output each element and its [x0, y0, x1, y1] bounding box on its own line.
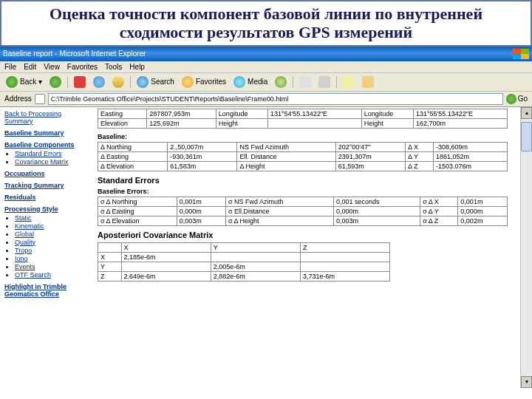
refresh-button[interactable] — [92, 75, 106, 89]
link-tropo[interactable]: Tropo — [15, 247, 92, 254]
link-baseline-components[interactable]: Baseline Components — [4, 141, 92, 149]
baseline-table: Δ Northing2.,50,007m NS Fwd Azimuth202°0… — [98, 142, 508, 171]
refresh-icon — [93, 76, 105, 88]
link-highlight-tgo[interactable]: Highlight in Trimble Geomatics Office — [4, 283, 92, 298]
edit-icon — [343, 76, 355, 88]
back-button[interactable]: Back ▾ — [4, 75, 44, 89]
media-button[interactable]: Media — [232, 75, 269, 89]
menubar: File Edit View Favorites Tools Help — [0, 61, 532, 73]
history-icon — [275, 76, 287, 88]
search-icon — [137, 76, 149, 88]
link-global[interactable]: Global — [15, 231, 92, 238]
home-icon — [112, 76, 124, 88]
toolbar: Back ▾ Search Favorites Media — [0, 73, 532, 92]
star-icon — [182, 76, 194, 88]
link-baseline-summary[interactable]: Baseline Summary — [4, 129, 92, 137]
search-button[interactable]: Search — [135, 75, 176, 89]
menu-view[interactable]: View — [44, 63, 60, 71]
coords-table: Easting287807,953m Longitude131°54'55.13… — [98, 109, 508, 129]
window-title: Baseline report - Microsoft Internet Exp… — [3, 50, 146, 58]
covariance-table: XYZ X2,185e-6m Y2,005e-6m Z2.649e-6m2,88… — [98, 242, 390, 282]
mail-button[interactable] — [298, 75, 313, 89]
link-processing-style[interactable]: Processing Style — [4, 205, 92, 213]
baseline-errors-label: Baseline Errors: — [98, 188, 516, 195]
go-icon — [506, 94, 516, 104]
page-icon — [35, 94, 45, 104]
windows-logo-icon — [513, 49, 529, 59]
link-covariance-matrix[interactable]: Covariance Matrix — [15, 158, 92, 166]
link-occupations[interactable]: Occupations — [4, 170, 92, 177]
link-static[interactable]: Static — [15, 214, 92, 222]
back-icon — [6, 76, 18, 88]
main-content: Easting287807,953m Longitude131°54'55.13… — [96, 107, 520, 388]
standard-errors-heading: Standard Errors — [98, 176, 516, 185]
link-back-processing[interactable]: Back to Processing Summary — [4, 110, 92, 125]
link-kinematic[interactable]: Kinematic — [15, 222, 92, 230]
window-titlebar: Baseline report - Microsoft Internet Exp… — [0, 47, 532, 61]
standard-errors-table: σ Δ Northing0,001m σ NS Fwd Azimuth0,001… — [98, 197, 508, 226]
menu-edit[interactable]: Edit — [24, 63, 36, 71]
link-tracking-summary[interactable]: Tracking Summary — [4, 182, 92, 189]
baseline-label: Baseline: — [98, 133, 516, 140]
address-label: Address — [4, 95, 32, 103]
covariance-heading: Aposteriori Covariance Matrix — [98, 231, 516, 239]
forward-button[interactable] — [48, 75, 63, 89]
edit-button[interactable] — [341, 75, 356, 89]
slide-title: Оценка точности компонент базовой линии … — [0, 0, 532, 47]
mail-icon — [299, 76, 311, 88]
print-icon — [318, 76, 330, 88]
link-iono[interactable]: Iono — [15, 255, 92, 262]
address-input[interactable] — [48, 93, 503, 105]
print-button[interactable] — [317, 75, 332, 89]
favorites-button[interactable]: Favorites — [180, 75, 228, 89]
link-quality[interactable]: Quality — [15, 239, 92, 246]
forward-icon — [50, 76, 61, 88]
stop-icon — [74, 76, 86, 88]
menu-tools[interactable]: Tools — [105, 63, 122, 71]
scroll-thumb[interactable] — [521, 122, 532, 151]
media-icon — [233, 76, 245, 88]
link-events[interactable]: Events — [15, 263, 92, 270]
scroll-up-icon[interactable]: ▴ — [521, 107, 532, 119]
discuss-button[interactable] — [361, 75, 375, 89]
home-button[interactable] — [111, 75, 126, 89]
scroll-down-icon[interactable]: ▾ — [521, 376, 532, 388]
address-bar: Address Go — [0, 92, 532, 107]
go-button[interactable]: Go — [506, 94, 528, 104]
menu-help[interactable]: Help — [129, 63, 145, 71]
link-residuals[interactable]: Residuals — [4, 194, 92, 201]
discuss-icon — [362, 76, 374, 88]
vertical-scrollbar[interactable]: ▴ ▾ — [520, 107, 532, 388]
menu-file[interactable]: File — [4, 63, 16, 71]
menu-favorites[interactable]: Favorites — [67, 63, 98, 71]
history-button[interactable] — [273, 75, 288, 89]
sidebar: Back to Processing Summary Baseline Summ… — [0, 107, 96, 388]
stop-button[interactable] — [72, 75, 87, 89]
link-otf-search[interactable]: OTF Search — [15, 271, 92, 279]
link-standard-errors[interactable]: Standard Errors — [15, 150, 92, 157]
